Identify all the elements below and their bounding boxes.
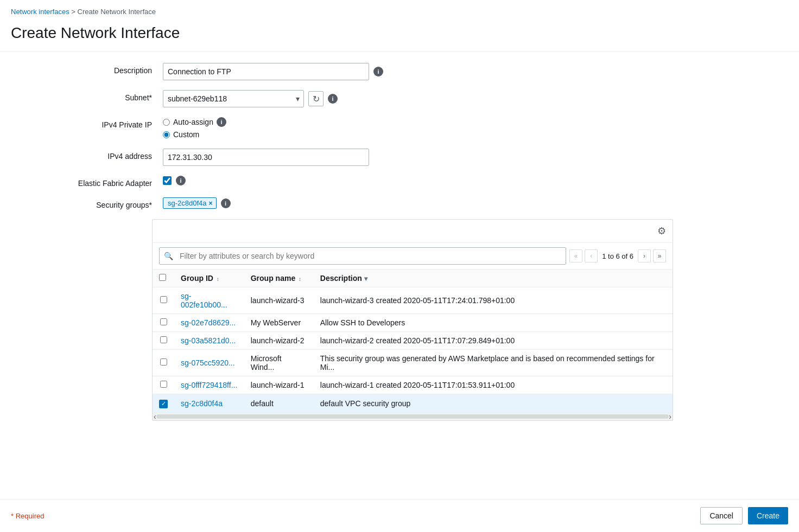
- row-checkbox-cell: [153, 314, 174, 332]
- ipv4-address-label: IPv4 address: [11, 149, 163, 161]
- group-id-cell: sg-0fff729418ff...: [174, 376, 244, 394]
- group-id-sort-icon[interactable]: ↕: [217, 276, 219, 282]
- breadcrumb: Network interfaces > Create Network Inte…: [0, 0, 799, 19]
- group-id-label: Group ID: [181, 274, 213, 283]
- search-bar: 🔍 « ‹ 1 to 6 of 6 › »: [153, 243, 673, 270]
- table-row: sg-0fff729418ff...launch-wizard-1launch-…: [153, 376, 673, 394]
- group-id-link[interactable]: sg-2c8d0f4a: [181, 399, 223, 408]
- table-row: sg-002fe10b00...launch-wizard-3launch-wi…: [153, 287, 673, 314]
- group-id-link[interactable]: sg-03a5821d0...: [181, 336, 236, 345]
- cancel-button[interactable]: Cancel: [700, 507, 743, 524]
- ipv4-row: IPv4 Private IP Auto-assign i Custom: [11, 117, 716, 139]
- sg-table-header-row: Group ID ↕ Group name ↕ Description ▾: [153, 270, 673, 287]
- security-groups-row: Security groups* sg-2c8d0f4a × i: [11, 197, 716, 209]
- ipv4-address-input[interactable]: [163, 149, 369, 166]
- row-checkbox[interactable]: [160, 381, 167, 388]
- security-groups-label: Security groups*: [11, 197, 163, 209]
- efa-label: Elastic Fabric Adapter: [11, 176, 163, 188]
- row-checkbox[interactable]: [160, 336, 167, 343]
- scrollbar-track[interactable]: [156, 414, 669, 419]
- description-dropdown-icon[interactable]: ▾: [364, 275, 367, 283]
- create-button[interactable]: Create: [748, 507, 788, 524]
- description-cell: launch-wizard-3 created 2020-05-11T17:24…: [314, 287, 673, 314]
- ipv4-custom-option[interactable]: Custom: [163, 130, 226, 139]
- description-cell: default VPC security group: [314, 394, 673, 413]
- table-row: sg-02e7d8629...My WebServerAllow SSH to …: [153, 314, 673, 332]
- security-groups-table: Group ID ↕ Group name ↕ Description ▾ sg…: [153, 270, 673, 413]
- page-title: Create Network Interface: [0, 19, 799, 52]
- row-checkbox[interactable]: [160, 296, 167, 303]
- scroll-left-icon[interactable]: ‹: [154, 412, 156, 421]
- sg-table-header: Group ID ↕ Group name ↕ Description ▾: [153, 270, 673, 287]
- security-tag[interactable]: sg-2c8d0f4a ×: [163, 197, 217, 209]
- table-row: sg-075cc5920...Microsoft Wind...This sec…: [153, 350, 673, 376]
- gear-icon[interactable]: ⚙: [657, 225, 666, 237]
- efa-checkbox[interactable]: [163, 176, 172, 185]
- row-checkbox[interactable]: [160, 358, 167, 366]
- ipv4-auto-option[interactable]: Auto-assign i: [163, 117, 226, 127]
- group-id-link[interactable]: sg-075cc5920...: [181, 358, 235, 367]
- group-id-header: Group ID ↕: [174, 270, 244, 287]
- select-all-checkbox[interactable]: [159, 274, 166, 281]
- description-cell: launch-wizard-1 created 2020-05-11T17:01…: [314, 376, 673, 394]
- pagination: « ‹ 1 to 6 of 6 › »: [569, 247, 666, 265]
- group-id-link[interactable]: sg-0fff729418ff...: [181, 381, 237, 389]
- row-checkbox-cell: ✓: [153, 394, 174, 413]
- ipv4-auto-radio[interactable]: [163, 119, 170, 126]
- description-header-label: Description: [320, 274, 362, 283]
- next-page-button[interactable]: ›: [638, 249, 651, 262]
- security-tag-text: sg-2c8d0f4a: [168, 199, 207, 207]
- search-input[interactable]: [175, 247, 561, 265]
- description-cell: Allow SSH to Developers: [314, 314, 673, 332]
- ipv4-custom-label: Custom: [173, 130, 199, 139]
- sg-scrollbar[interactable]: ‹ ›: [153, 413, 673, 420]
- security-groups-info-icon[interactable]: i: [221, 198, 231, 208]
- ipv4-auto-info-icon[interactable]: i: [217, 117, 226, 127]
- page-footer: * Required Cancel Create: [0, 499, 799, 532]
- breadcrumb-link[interactable]: Network interfaces: [11, 8, 69, 16]
- ipv4-radio-group: Auto-assign i Custom: [163, 117, 226, 139]
- search-icon: 🔍: [164, 252, 173, 260]
- ipv4-content: Auto-assign i Custom: [163, 117, 716, 139]
- group-id-cell: sg-075cc5920...: [174, 350, 244, 376]
- efa-checkbox-wrapper: [163, 176, 172, 185]
- subnet-row: Subnet* subnet-629eb118 ↻ i: [11, 90, 716, 107]
- security-groups-content: sg-2c8d0f4a × i: [163, 197, 716, 209]
- description-info-icon[interactable]: i: [373, 67, 383, 76]
- description-row: Description i: [11, 63, 716, 80]
- subnet-refresh-icon[interactable]: ↻: [308, 91, 324, 106]
- group-id-link[interactable]: sg-02e7d8629...: [181, 318, 236, 327]
- group-name-cell: launch-wizard-1: [244, 376, 314, 394]
- row-checkbox[interactable]: [160, 318, 167, 325]
- subnet-content: subnet-629eb118 ↻ i: [163, 90, 716, 107]
- efa-info-icon[interactable]: i: [176, 176, 186, 185]
- group-name-header: Group name ↕: [244, 270, 314, 287]
- group-id-cell: sg-02e7d8629...: [174, 314, 244, 332]
- scroll-right-icon[interactable]: ›: [669, 412, 671, 421]
- group-id-cell: sg-002fe10b00...: [174, 287, 244, 314]
- description-content: i: [163, 63, 716, 80]
- security-tag-close[interactable]: ×: [209, 200, 213, 207]
- pagination-text: 1 to 6 of 6: [600, 252, 636, 260]
- group-id-link[interactable]: sg-002fe10b00...: [181, 292, 227, 309]
- description-header: Description ▾: [314, 270, 673, 287]
- first-page-button[interactable]: «: [569, 249, 582, 262]
- description-input[interactable]: [163, 63, 369, 80]
- description-label: Description: [11, 63, 163, 75]
- search-input-wrapper: 🔍: [159, 247, 566, 265]
- description-cell: This security group was generated by AWS…: [314, 350, 673, 376]
- ipv4-address-content: [163, 149, 716, 166]
- ipv4-custom-radio[interactable]: [163, 131, 170, 138]
- required-text: Required: [16, 512, 45, 520]
- subnet-info-icon[interactable]: i: [328, 94, 338, 104]
- description-cell: launch-wizard-2 created 2020-05-11T17:07…: [314, 332, 673, 350]
- table-row: ✓sg-2c8d0f4adefaultdefault VPC security …: [153, 394, 673, 413]
- row-checkbox-cell: [153, 332, 174, 350]
- last-page-button[interactable]: »: [653, 249, 666, 262]
- row-checkbox-selected[interactable]: ✓: [159, 400, 168, 408]
- subnet-select[interactable]: subnet-629eb118: [163, 90, 304, 107]
- select-all-header: [153, 270, 174, 287]
- ipv4-label: IPv4 Private IP: [11, 117, 163, 129]
- prev-page-button[interactable]: ‹: [585, 249, 598, 262]
- group-name-sort-icon[interactable]: ↕: [299, 276, 301, 282]
